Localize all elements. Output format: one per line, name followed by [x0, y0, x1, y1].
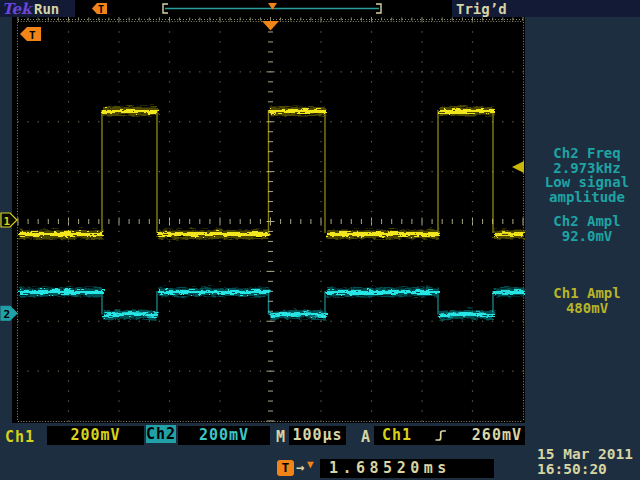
measurement-warning: Low signal	[536, 175, 638, 190]
measurement-value: 92.0mV	[536, 229, 638, 244]
measurement-ch2-freq: Ch2 Freq 2.973kHz Low signal amplitude	[536, 146, 638, 204]
trigger-flag-label: T	[98, 4, 104, 15]
delay-time-readout: 1.68520ms	[320, 459, 494, 478]
acquisition-status: Run	[34, 1, 59, 17]
measurement-warning: amplitude	[536, 190, 638, 205]
ch2-scale-readout: 200mV	[178, 426, 270, 445]
trigger-source: Ch1	[382, 426, 412, 445]
time-readout: 16:50:20	[537, 462, 640, 477]
measurement-label: Ch2 Ampl	[536, 214, 638, 229]
measurement-ch2-ampl: Ch2 Ampl 92.0mV	[536, 214, 638, 243]
trigger-readout: Ch1 260mV	[374, 426, 525, 445]
measurement-label: Ch2 Freq	[536, 146, 638, 161]
delay-trigger-icon: T	[277, 460, 294, 476]
svg-text:2: 2	[4, 308, 11, 321]
date-readout: 15 Mar 2011	[537, 447, 640, 462]
top-bar: Tek Run T Trig’d	[0, 0, 640, 17]
delay-marker-icon: ▼	[307, 458, 314, 471]
oscilloscope-screen: Tek Run T Trig’d 12T Ch	[0, 0, 640, 480]
measurement-label: Ch1 Ampl	[536, 286, 638, 301]
ch1-scale-readout: 200mV	[47, 426, 144, 445]
trigger-a-label: A	[361, 428, 371, 446]
timebase-label: M	[276, 428, 286, 446]
rising-edge-icon	[434, 428, 448, 443]
svg-text:1: 1	[4, 215, 11, 228]
ch2-label-selected: Ch2	[146, 425, 176, 443]
measurement-ch1-ampl: Ch1 Ampl 480mV	[536, 286, 638, 315]
acquisition-preview-strip: T	[75, 0, 452, 17]
timebase-readout: 100µs	[289, 426, 346, 445]
trigger-status: Trig’d	[456, 1, 507, 17]
tek-logo: Tek	[2, 0, 31, 18]
trigger-level: 260mV	[472, 426, 522, 445]
ch1-label: Ch1	[5, 428, 35, 446]
delay-arrow-icon: →	[296, 459, 304, 475]
measurement-value: 2.973kHz	[536, 161, 638, 176]
measurement-value: 480mV	[536, 301, 638, 316]
waveform-display-area	[12, 17, 525, 423]
acquisition-preview-graphic: T	[75, 0, 452, 17]
datetime-readout: 15 Mar 2011 16:50:20	[537, 447, 640, 477]
